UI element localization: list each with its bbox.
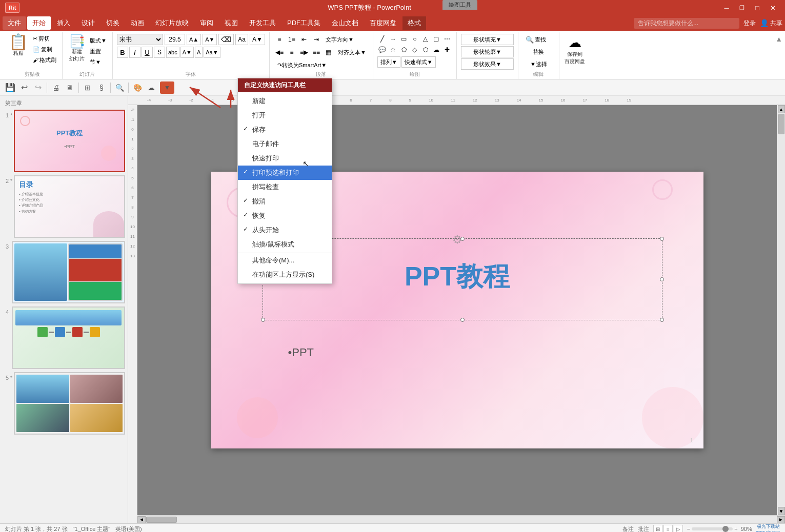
dropdown-item-above[interactable]: 在功能区上方显示(S): [238, 268, 332, 282]
scroll-up-btn[interactable]: ▲: [778, 105, 785, 113]
slide-thumb-5[interactable]: 5 *: [3, 372, 125, 435]
increase-indent-button[interactable]: ⇥: [311, 34, 322, 45]
hscroll-thumb[interactable]: [146, 517, 177, 523]
number-list-button[interactable]: 1≡: [286, 34, 297, 45]
char-spacing-button[interactable]: Aa: [235, 34, 248, 45]
qa-undo-button[interactable]: ↩: [18, 81, 30, 94]
dropdown-item-new[interactable]: 新建: [238, 94, 332, 108]
dropdown-item-quickprint[interactable]: 快速打印: [238, 151, 332, 166]
slide-thumb-1[interactable]: 1 * PPT教程 •PPT: [3, 110, 125, 172]
section-button[interactable]: 节▼: [88, 57, 108, 67]
font-color2-button[interactable]: A▼: [180, 47, 194, 58]
cut-button[interactable]: ✂剪切: [31, 33, 58, 44]
scroll-track[interactable]: [778, 113, 785, 507]
menu-home[interactable]: 开始: [27, 16, 51, 30]
scroll-down-btn[interactable]: ▼: [778, 507, 785, 515]
view-outline-btn[interactable]: ≡: [663, 525, 673, 532]
scroll-right-btn[interactable]: ►: [777, 516, 785, 523]
dropdown-item-spell[interactable]: 拼写检查: [238, 180, 332, 194]
dropdown-item-touch[interactable]: 触摸/鼠标模式: [238, 237, 332, 252]
minimize-button[interactable]: ─: [719, 2, 734, 13]
shape-hexagon[interactable]: ⬡: [420, 45, 431, 55]
qa-zoom-button[interactable]: 🔍: [113, 81, 126, 94]
shape-callout[interactable]: 💬: [377, 45, 388, 55]
view-normal-btn[interactable]: ⊞: [653, 525, 662, 532]
horizontal-scrollbar[interactable]: ◄ ►: [137, 515, 785, 523]
layout-button[interactable]: 版式▼: [88, 35, 108, 46]
justify-button[interactable]: ≡≡: [311, 47, 322, 58]
slide-thumb-img-2[interactable]: 目录 • 介绍基本信息 • 介绍公文化 • 详细介绍产品 • 营销方案: [14, 175, 125, 238]
text-shadow-button[interactable]: A: [195, 47, 203, 58]
dropdown-item-undo[interactable]: ✓ 撤消: [238, 194, 332, 209]
save-cloud-button[interactable]: ☁ 保存到 百度网盘: [563, 34, 586, 66]
shape-more[interactable]: ⋯: [442, 34, 452, 44]
canvas-area[interactable]: PPT教程 ⚙ •PPT 1: [137, 105, 777, 515]
menu-insert[interactable]: 插入: [52, 16, 75, 30]
menu-baidu[interactable]: 百度网盘: [365, 16, 401, 30]
font-size-decrease[interactable]: A▼: [203, 34, 217, 45]
align-center-button[interactable]: ≡: [286, 47, 297, 58]
menu-animation[interactable]: 动画: [126, 16, 149, 30]
menu-pdf[interactable]: PDF工具集: [282, 16, 326, 30]
menu-review[interactable]: 审阅: [195, 16, 218, 30]
restore-button[interactable]: ❐: [735, 2, 749, 13]
shape-star[interactable]: ☆: [388, 45, 398, 55]
find-button[interactable]: 🔍查找: [522, 34, 555, 45]
shape-triangle[interactable]: △: [420, 34, 431, 44]
shape-outline-button[interactable]: 形状轮廓▼: [461, 46, 514, 57]
dropdown-item-restart[interactable]: ✓ 从头开始: [238, 223, 332, 237]
menu-devtools[interactable]: 开发工具: [244, 16, 281, 30]
slide-thumb-img-3[interactable]: [12, 241, 125, 303]
view-slide-btn[interactable]: ▷: [674, 525, 683, 532]
dropdown-item-printpreview[interactable]: ✓ 打印预选和打印: [238, 166, 332, 180]
share-button[interactable]: 共享: [770, 19, 782, 28]
new-slide-button[interactable]: 📑 新建 幻灯片: [67, 34, 87, 67]
ribbon-collapse[interactable]: ▲: [775, 32, 782, 79]
slide-subtitle[interactable]: •PPT: [288, 346, 314, 359]
zoom-slider-thumb[interactable]: [722, 526, 729, 532]
shape-rect[interactable]: ▭: [399, 34, 409, 44]
hscroll-track[interactable]: [146, 516, 777, 523]
shape-line[interactable]: ╱: [377, 34, 388, 44]
strikethrough-button[interactable]: S: [154, 47, 165, 58]
font-name-select[interactable]: 宋书: [117, 34, 163, 45]
underline-button[interactable]: U: [142, 47, 153, 58]
align-right-button[interactable]: ≡▶: [298, 47, 310, 58]
dropdown-item-more[interactable]: 其他命令(M)...: [238, 253, 332, 268]
qa-redo-button[interactable]: ↪: [32, 81, 44, 94]
vertical-scrollbar[interactable]: ▲ ▼: [777, 105, 785, 515]
slide-thumb-3[interactable]: 3: [3, 241, 125, 303]
select-button[interactable]: ▼选择: [522, 58, 555, 70]
styles-button[interactable]: 快速样式▼: [401, 56, 436, 68]
scroll-left-btn[interactable]: ◄: [137, 516, 146, 523]
scroll-thumb[interactable]: [778, 114, 784, 134]
bullet-list-button[interactable]: ≡: [274, 34, 285, 45]
shape-circle[interactable]: ○: [410, 34, 420, 44]
qa-color-button[interactable]: 🎨: [131, 81, 144, 94]
login-button[interactable]: 登录: [743, 19, 756, 28]
shape-diamond[interactable]: ◇: [410, 45, 420, 55]
qa-section-button[interactable]: §: [95, 81, 108, 94]
char-case-button[interactable]: Aa▼: [204, 47, 220, 58]
handle-bl[interactable]: [261, 318, 265, 322]
align-left-button[interactable]: ◀≡: [274, 47, 285, 58]
qa-thumbnail-button[interactable]: ⊞: [82, 81, 94, 94]
menu-format[interactable]: 格式: [402, 16, 426, 30]
shape-arrow[interactable]: →: [388, 34, 398, 44]
slide-thumb-img-1[interactable]: PPT教程 •PPT: [14, 110, 125, 172]
columns-button[interactable]: ▦: [323, 47, 334, 58]
bold-button[interactable]: B: [117, 47, 128, 58]
qa-customize-button[interactable]: ▼: [160, 81, 174, 94]
convert-smartart-button[interactable]: ↷转换为SmartArt▼: [274, 59, 330, 71]
slide-thumb-2[interactable]: 2 * 目录 • 介绍基本信息 • 介绍公文化 • 详细介绍产品 • 营销方案: [3, 175, 125, 238]
decrease-indent-button[interactable]: ⇤: [298, 34, 310, 45]
dropdown-item-save[interactable]: ✓ 保存: [238, 122, 332, 137]
menu-design[interactable]: 设计: [76, 16, 100, 30]
dropdown-item-email[interactable]: 电子邮件: [238, 137, 332, 151]
qa-print-button[interactable]: 🖨: [50, 81, 62, 94]
search-box[interactable]: 告诉我您想要做什么...: [634, 18, 739, 29]
italic-button[interactable]: I: [129, 47, 140, 58]
font-size-input[interactable]: [165, 34, 185, 45]
maximize-button[interactable]: □: [750, 2, 764, 13]
text-direction-button[interactable]: 文字方向▼: [323, 34, 356, 45]
